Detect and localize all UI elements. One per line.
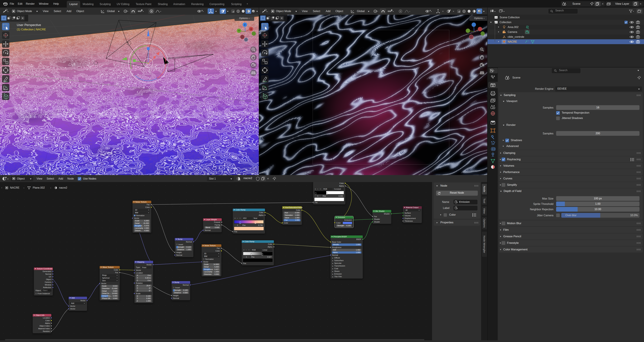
svg-text:Y: Y [238,30,240,32]
svg-text:X: X [250,28,252,30]
svg-text:Z: Z [244,24,246,26]
